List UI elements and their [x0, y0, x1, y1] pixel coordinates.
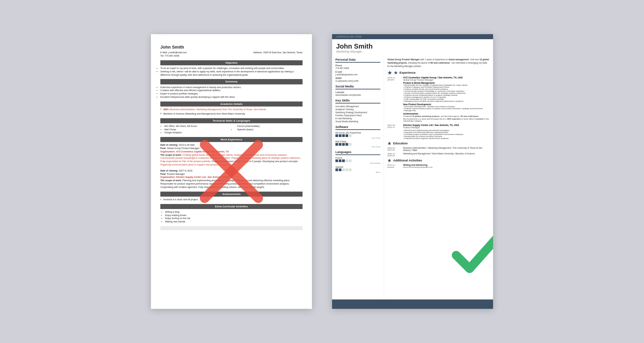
list-item: Enjoy Surfing on the net. — [165, 217, 303, 220]
exp-company-1: XYZ Cosmetics Capital Group / San Antoni… — [403, 76, 490, 79]
education-title: Education — [393, 142, 408, 145]
work-entry-2: Date of Joining: 2007 to 2010 Post: Prod… — [160, 169, 303, 189]
intro-text: Global Group Product Manager with 7 year… — [387, 58, 490, 68]
list-item: • Prepared product segment performance a… — [403, 137, 490, 139]
technical-header: Technical Skills & Languages — [160, 118, 303, 123]
list-item: Creative with effective and efficient or… — [160, 89, 303, 92]
linkedin-label: LinkedIn — [335, 91, 380, 93]
exp-role-2: Product Manager — [403, 126, 490, 129]
right-resume: Curriculum Vitae John Smith Marketing Ma… — [332, 34, 493, 309]
key-skills-list: Innovation Management Analytical Thinkin… — [335, 105, 380, 123]
achievements-header: Achievements — [160, 192, 303, 197]
list-item: • Manage P&L. — [403, 110, 490, 112]
objective-list: To be an expert in my area of work, with… — [160, 67, 303, 76]
star-icon-2 — [387, 141, 391, 145]
social-media-title: Social Media — [335, 85, 380, 89]
email-label: E-mail — [335, 71, 380, 73]
resume-body: Personal Data Phone 774-987-4009 E-mail … — [332, 55, 493, 299]
additional-section-header: Additional Activities — [387, 158, 490, 162]
exp-subsection-1: Product & Brand Management: — [403, 82, 490, 84]
www-value: cv.uptowork.com/j.smith — [335, 80, 380, 82]
bottom-bar — [332, 299, 493, 309]
exp-entry-1: 2010-12 -present XYZ Cosmetics Capital G… — [387, 76, 490, 122]
experience-title: Experience — [387, 70, 490, 75]
additional-title: Additional Activities — [393, 159, 422, 162]
summary-list: Extensive experience in brand management… — [160, 86, 303, 99]
list-item: Mail Chimp — [164, 128, 226, 131]
list-item: Extensive experience in brand management… — [160, 86, 303, 89]
right-name: John Smith — [336, 43, 489, 50]
languages-title: Languages — [335, 150, 380, 155]
personal-data-title: Personal Data — [335, 58, 380, 63]
list-item: Analytical Thinking — [335, 108, 380, 111]
objective-header: Objective — [160, 60, 303, 65]
list-item: MS Office: MS Word, MS Excel — [164, 125, 226, 128]
achievements-list: • Involved in a stock sell-off project. — [160, 198, 303, 201]
star-icon — [394, 71, 398, 75]
activity-title-1: Writing and Influencing — [403, 164, 490, 166]
list-item: Excellent interpersonal skills quickly d… — [160, 95, 303, 99]
list-item: Marketing Strategy Development — [335, 111, 380, 114]
work-header: Work Experience — [160, 137, 303, 142]
additional-entry-1: 2012-01 -present Writing and Influencing… — [387, 164, 490, 168]
phone-label: Phone — [335, 64, 380, 67]
skills-section: MS Office: MS Word, MS Excel Mail Chimp … — [160, 125, 303, 134]
software-item-1: MS Excel, MS PowerPoint Very Good — [335, 132, 380, 139]
exp-company-2: Kitchen Supply Center Ltd / San Antonio,… — [403, 124, 490, 126]
list-item: Writing a blog. — [165, 210, 303, 214]
right-title: Marketing Manager — [336, 50, 489, 53]
list-item: Innovation Management — [335, 105, 380, 108]
list-item: • Bachelor of Science (Marketing and Man… — [160, 112, 303, 116]
list-item: French (intermediate) — [237, 125, 303, 128]
language-item-1: French Intermediate — [335, 157, 380, 164]
list-item: Spanish (basic) — [237, 128, 303, 131]
edu-entry-2: 2000-10 -2004-05 Marketing and Managemen… — [387, 152, 490, 157]
exp-subsection-2: New Product Development: — [403, 103, 490, 106]
right-column: Global Group Product Manager with 7 year… — [384, 55, 493, 299]
list-item: Enjoy reading books. — [165, 214, 303, 217]
exp-date-2: 2007-09 -2010-11 — [387, 124, 402, 139]
software-item-2: Mail Chimp Very Good — [335, 140, 380, 148]
academic-header: Academic Details — [160, 101, 303, 107]
exp-date-1: 2010-12 -present — [387, 76, 402, 122]
achievement-text-1: I finalized 10 global marketing projects… — [403, 115, 490, 117]
achievement-text-2: My involvement in a stock sell-off proje… — [403, 118, 490, 122]
language-item-2: Spanish Basic — [335, 166, 380, 173]
list-item: Making new friends. — [165, 220, 303, 223]
phone-value: 774-987-4009 — [335, 67, 380, 69]
left-phone: Tel: 774-987-4009 — [160, 54, 187, 58]
achievements-label-1: Achievements: — [403, 113, 490, 115]
extra-list: Writing a blog. Enjoy reading books. Enj… — [160, 210, 303, 223]
key-skills-title: Key Skills — [335, 99, 380, 104]
exp-content-1: XYZ Cosmetics Capital Group / San Antoni… — [403, 76, 490, 122]
list-item: E-mail Marketing — [335, 117, 380, 120]
list-item: Portfolio Deployment Plans — [335, 114, 380, 117]
exp-content-2: Kitchen Supply Center Ltd / San Antonio,… — [403, 124, 490, 139]
extra-header: Extra Curricular Activities — [160, 204, 303, 209]
linkedin-value: www.linkedin.com/johnutw — [335, 94, 380, 96]
email-value: j.smith@uptowork.com — [335, 73, 380, 76]
www-label: WWW — [335, 77, 380, 79]
edu-degree-2: Marketing and Management / West Miami Un… — [403, 152, 490, 157]
list-item: To be an expert in my area of work, with… — [160, 67, 303, 70]
list-item: • Manage product portfolio (product segm… — [403, 100, 490, 102]
list-item: Google Analytics — [164, 131, 226, 134]
list-item: • MBA (Business Administration, Marketin… — [160, 108, 303, 111]
cv-label: Curriculum Vitae — [332, 34, 493, 39]
list-item: Expert in product portfolio strategies. — [160, 92, 303, 95]
exp-role-1: Global Group Product Manager — [403, 79, 490, 81]
left-column: Personal Data Phone 774-987-4009 E-mail … — [332, 55, 384, 299]
left-name: John Smith — [160, 44, 303, 50]
left-address: Address: 1905 W East Ave, San Antonio, T… — [253, 51, 303, 54]
exp-entry-2: 2007-09 -2010-11 Kitchen Supply Center L… — [387, 124, 490, 139]
summary-header: Summary — [160, 79, 303, 84]
edu-entry-1: 2005-09 -2007-05 Business Administration… — [387, 147, 490, 151]
work-entry-1: Date of Joining: 2010 to till date Post:… — [160, 143, 303, 166]
list-item: Social Media Marketing — [335, 120, 380, 123]
bottom-rule — [160, 226, 303, 230]
list-item: Seeking a role, where I will be able to … — [160, 70, 303, 77]
activity-detail-1: www.mymarketingcampaigns.me — [403, 166, 490, 168]
right-header: John Smith Marketing Manager — [332, 39, 493, 55]
left-resume: John Smith E-Mail: j.smith@mail.com Tel:… — [151, 34, 312, 309]
edu-degree-1: Business Administration / Marketing Mana… — [403, 147, 490, 151]
